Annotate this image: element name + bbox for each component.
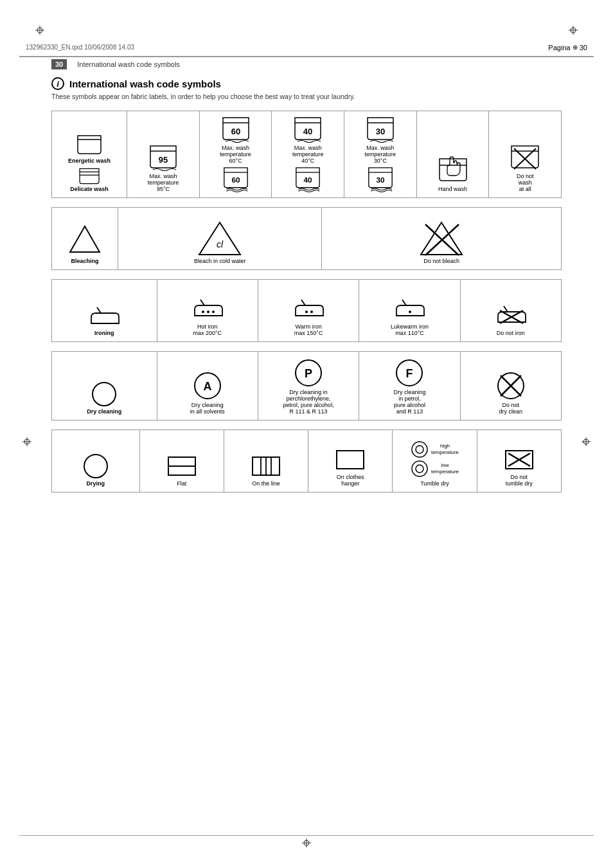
wash-30-svg: 30	[365, 116, 396, 145]
wash-label-cell: Energetic wash Delicate wash	[52, 111, 127, 198]
filename: 132962330_EN.qxd 10/06/2008 14.03	[26, 44, 548, 51]
no-dry-clean-svg	[495, 370, 527, 402]
tumble-dry-sym: hightemperature lowtemperature Tumble dr…	[395, 435, 474, 487]
hand-wash-cell: Hand wash	[416, 111, 489, 198]
tumble-low-svg	[411, 460, 429, 478]
svg-point-44	[416, 465, 423, 473]
info-icon: i	[51, 77, 64, 90]
dry-clean-circle-svg	[90, 380, 118, 408]
svg-point-43	[412, 461, 427, 476]
wash-30-cell: 30 Max. washtemperature30°C 30	[344, 111, 417, 198]
dry-clean-f-svg: F	[393, 357, 425, 389]
svg-text:30: 30	[376, 127, 385, 136]
dry-clean-a-desc: Dry cleaningin all solvents	[190, 402, 225, 415]
reg-mark-bc	[302, 838, 311, 849]
dry-clean-label-cell: Dry cleaning	[52, 352, 157, 420]
svg-marker-9	[70, 226, 100, 252]
reg-mark-mr	[582, 437, 591, 448]
drying-label-sym: Drying	[55, 435, 137, 487]
wash-95-cell: 95 Max. washtemperature95°C	[127, 111, 200, 198]
dry-clean-f-cell: F Dry cleaningin petrol,pure alcoholand …	[359, 352, 460, 420]
bleach-cold-sym: cl Bleach in cold water	[121, 213, 319, 264]
lukewarm-iron-cell: Lukewarm ironmax 110°C	[359, 280, 460, 342]
no-iron-cell: Do not iron	[460, 280, 561, 342]
wash-tub-svg	[75, 133, 103, 156]
drying-circle-svg	[82, 452, 110, 480]
drying-line-desc: On the line	[252, 480, 280, 487]
svg-marker-10	[199, 222, 240, 255]
hand-wash-svg	[437, 154, 469, 186]
iron-label: Ironing	[94, 330, 114, 336]
svg-text:95: 95	[159, 155, 168, 165]
bleaching-table: Bleaching cl Bleach in cold water	[51, 207, 562, 270]
bleach-triangle-svg	[69, 223, 101, 255]
hot-iron-cell: Hot ironmax 200°C	[157, 280, 258, 342]
section-title: i International wash code symbols	[51, 77, 562, 90]
wash-60-cell: 60 Max. washtemperature60°C 60	[199, 111, 272, 198]
wash-40-cell: 40 Max. washtemperature40°C 40	[272, 111, 344, 198]
hot-iron-svg	[191, 298, 224, 323]
lukewarm-iron-desc: Lukewarm ironmax 110°C	[391, 323, 429, 336]
reg-mark-ml	[22, 437, 31, 448]
reg-mark-tl	[35, 26, 44, 36]
wash-95-desc: Max. washtemperature95°C	[148, 173, 179, 192]
drying-flat-cell: Flat	[139, 430, 224, 493]
pagina-label: Pagina	[548, 44, 570, 51]
drying-line-svg	[250, 452, 282, 480]
no-iron-sym: Do not iron	[463, 285, 558, 336]
tumble-low-label: lowtemperature	[431, 462, 459, 475]
svg-point-33	[84, 455, 107, 478]
no-bleach-svg	[419, 219, 464, 258]
dry-clean-a-cell: A Dry cleaningin all solvents	[157, 352, 258, 420]
hot-iron-desc: Hot ironmax 200°C	[193, 323, 222, 336]
dry-clean-label-sym: Dry cleaning	[55, 363, 154, 415]
energetic-label: Energetic wash	[68, 158, 111, 164]
wash-95-svg: 95	[148, 145, 179, 173]
hot-iron-sym: Hot ironmax 200°C	[160, 285, 255, 336]
warm-iron-svg	[292, 298, 324, 323]
tumble-high-svg	[411, 440, 429, 458]
iron-label-sym: Ironing	[55, 285, 154, 336]
energetic-wash-sym: Energetic wash Delicate wash	[55, 133, 124, 192]
svg-rect-40	[337, 451, 364, 469]
no-bleach-cell: Do not bleach	[322, 208, 562, 270]
drying-flat-sym: Flat	[143, 435, 221, 487]
dry-clean-p-sym: P Dry cleaning inperchlorethylene,petrol…	[261, 357, 356, 415]
svg-text:40: 40	[303, 127, 312, 136]
drying-hanger-cell: On clotheshanger	[308, 430, 393, 493]
drying-hanger-svg	[334, 446, 366, 474]
svg-point-17	[212, 311, 215, 313]
no-tumble-dry-cell: Do nottumble dry	[477, 430, 561, 493]
warm-iron-desc: Warm ironmax 150°C	[294, 323, 323, 336]
section-heading: i International wash code symbols These …	[51, 77, 562, 100]
svg-text:60: 60	[231, 127, 240, 136]
dry-clean-f-sym: F Dry cleaningin petrol,pure alcoholand …	[362, 357, 457, 415]
tumble-dry-desc: Tumble dry	[420, 480, 449, 487]
wash-30-desc: Max. washtemperature30°C	[365, 145, 396, 164]
bleach-cl-svg: cl	[197, 219, 242, 258]
wash-60-delicate-svg: 60	[220, 167, 251, 192]
page-num-inline: 30	[580, 44, 587, 51]
wash-60-desc: Max. washtemperature60°C	[220, 145, 251, 164]
wash-30-delicate-svg: 30	[365, 167, 396, 192]
dry-clean-a-svg: A	[191, 370, 224, 402]
wash-40-desc: Max. washtemperature40°C	[292, 145, 324, 164]
no-tumble-dry-sym: Do nottumble dry	[480, 435, 558, 487]
no-dry-clean-cell: Do notdry clean	[460, 352, 561, 420]
dry-clean-f-desc: Dry cleaningin petrol,pure alcoholand R …	[393, 389, 425, 415]
footer-line	[19, 835, 594, 836]
svg-text:A: A	[203, 380, 211, 393]
no-dry-clean-desc: Do notdry clean	[499, 402, 523, 415]
svg-point-19	[310, 311, 313, 313]
warm-iron-cell: Warm ironmax 150°C	[258, 280, 359, 342]
wash-40-svg: 40	[292, 116, 323, 145]
drying-flat-desc: Flat	[177, 480, 186, 487]
wash-40-sym: 40 Max. washtemperature40°C 40	[274, 116, 341, 192]
no-tumble-dry-desc: Do nottumble dry	[506, 474, 533, 487]
lukewarm-iron-svg	[393, 298, 425, 323]
drying-table: Drying Flat	[51, 429, 562, 493]
svg-point-42	[416, 446, 423, 453]
warm-iron-sym: Warm ironmax 150°C	[261, 285, 356, 336]
iron-label-cell: Ironing	[52, 280, 157, 342]
wash-30-sym: 30 Max. washtemperature30°C 30	[347, 116, 414, 192]
